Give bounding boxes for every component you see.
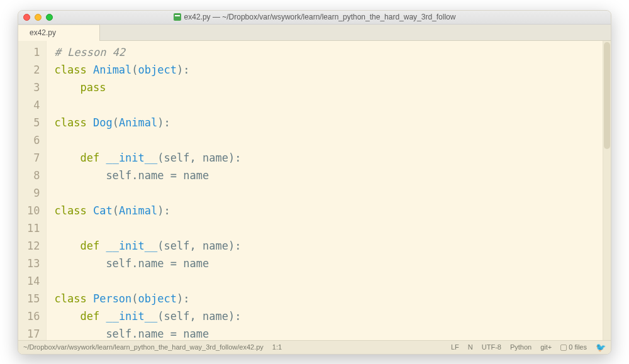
code-line[interactable]: class Person(object): <box>54 290 611 307</box>
line-number: 9 <box>27 184 40 202</box>
status-encoding[interactable]: UTF-8 <box>482 343 501 351</box>
editor-area[interactable]: 1234567891011121314151617 # Lesson 42cla… <box>18 41 611 340</box>
window-title: ex42.py — ~/Dropbox/var/wsywork/learn/le… <box>18 13 611 21</box>
line-number: 13 <box>27 255 40 272</box>
line-number: 6 <box>27 131 40 149</box>
line-number: 4 <box>27 96 40 114</box>
close-icon[interactable] <box>23 14 30 21</box>
zoom-icon[interactable] <box>46 14 53 21</box>
status-files-label: 0 files <box>569 343 587 351</box>
line-number: 3 <box>27 79 40 96</box>
line-number: 2 <box>27 61 40 79</box>
code-line[interactable]: self.name = name <box>54 255 611 272</box>
line-number: 1 <box>27 43 40 61</box>
code-line[interactable]: class Animal(object): <box>54 61 611 79</box>
line-number: 5 <box>27 114 40 131</box>
window-title-text: ex42.py — ~/Dropbox/var/wsywork/learn/le… <box>184 13 456 21</box>
tab-label: ex42.py <box>30 28 56 37</box>
python-file-icon <box>174 13 181 21</box>
status-bar: ~/Dropbox/var/wsywork/learn/learn_python… <box>18 340 611 354</box>
line-number-gutter: 1234567891011121314151617 <box>18 41 47 340</box>
status-files[interactable]: 0 files <box>560 343 587 351</box>
status-git[interactable]: git+ <box>540 343 552 351</box>
tab-ex42[interactable]: ex42.py <box>18 25 100 41</box>
scrollbar-thumb[interactable] <box>604 42 610 149</box>
status-cursor: 1:1 <box>272 343 282 351</box>
line-number: 14 <box>27 272 40 290</box>
line-number: 17 <box>27 325 40 340</box>
line-number: 15 <box>27 290 40 307</box>
status-mode: N <box>468 343 473 351</box>
status-path: ~/Dropbox/var/wsywork/learn/learn_python… <box>23 343 264 351</box>
status-line-ending[interactable]: LF <box>451 343 459 351</box>
code-line[interactable]: class Dog(Animal): <box>54 114 611 131</box>
window-controls <box>23 14 53 21</box>
twitter-icon[interactable]: 🐦 <box>596 343 606 352</box>
code-line[interactable]: def __init__(self, name): <box>54 307 611 325</box>
code-line[interactable]: self.name = name <box>54 325 611 340</box>
files-icon <box>560 345 567 351</box>
code-line[interactable] <box>54 272 611 290</box>
line-number: 7 <box>27 149 40 167</box>
line-number: 11 <box>27 219 40 237</box>
tab-bar[interactable]: ex42.py <box>18 25 611 41</box>
code-line[interactable] <box>54 184 611 202</box>
code-line[interactable]: self.name = name <box>54 167 611 184</box>
code-line[interactable]: def __init__(self, name): <box>54 149 611 167</box>
editor-window: ex42.py — ~/Dropbox/var/wsywork/learn/le… <box>18 10 611 355</box>
code-line[interactable] <box>54 131 611 149</box>
line-number: 16 <box>27 307 40 325</box>
code-line[interactable] <box>54 219 611 237</box>
code-line[interactable]: # Lesson 42 <box>54 43 611 61</box>
titlebar[interactable]: ex42.py — ~/Dropbox/var/wsywork/learn/le… <box>18 11 611 25</box>
status-syntax[interactable]: Python <box>510 343 532 351</box>
line-number: 8 <box>27 167 40 184</box>
code-line[interactable]: class Cat(Animal): <box>54 202 611 219</box>
vertical-scrollbar[interactable] <box>603 41 611 340</box>
code-line[interactable] <box>54 96 611 114</box>
line-number: 10 <box>27 202 40 219</box>
code-line[interactable]: def __init__(self, name): <box>54 237 611 255</box>
code-content[interactable]: # Lesson 42class Animal(object): pass cl… <box>47 41 611 340</box>
line-number: 12 <box>27 237 40 255</box>
minimize-icon[interactable] <box>35 14 42 21</box>
code-line[interactable]: pass <box>54 79 611 96</box>
